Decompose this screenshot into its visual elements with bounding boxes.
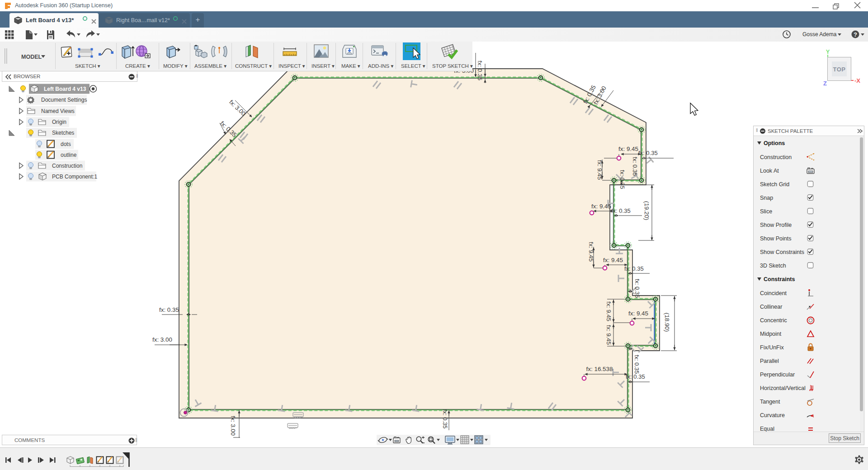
svg-text:Y: Y: [826, 48, 830, 55]
svg-text:Sketches: Sketches: [52, 130, 74, 136]
svg-text:Document Settings: Document Settings: [41, 97, 87, 103]
svg-text:fx: 0.35: fx: 0.35: [442, 409, 448, 429]
svg-text:fx: 9.45: fx: 9.45: [618, 146, 638, 152]
svg-text:Origin: Origin: [52, 119, 66, 125]
svg-text:fx: 9.45: fx: 9.45: [628, 310, 648, 317]
svg-text:fx: 0.35: fx: 0.35: [619, 170, 626, 189]
svg-text:TOP: TOP: [833, 66, 846, 73]
svg-text:fx: 9.45: fx: 9.45: [605, 325, 612, 345]
svg-text:Left Board 4 v13: Left Board 4 v13: [44, 86, 86, 92]
svg-text:outline: outline: [61, 152, 77, 158]
svg-text:fx: 0.35: fx: 0.35: [632, 157, 638, 176]
svg-text:fx: 0.35: fx: 0.35: [634, 279, 641, 298]
svg-text:PCB Component:1: PCB Component:1: [52, 174, 97, 180]
svg-text:fx: 0.35: fx: 0.35: [476, 61, 483, 80]
svg-text:dots: dots: [61, 141, 71, 147]
svg-text:fx: 0.35: fx: 0.35: [611, 207, 631, 214]
svg-text:Construction: Construction: [52, 163, 82, 169]
svg-text:fx: 3.00: fx: 3.00: [152, 336, 172, 343]
svg-text:fx: 0.35: fx: 0.35: [626, 373, 645, 380]
svg-text:fx: 0.35: fx: 0.35: [624, 265, 644, 272]
svg-text:fx: 3.00: fx: 3.00: [230, 416, 236, 436]
svg-text:fx: 0.35: fx: 0.35: [638, 150, 658, 156]
svg-text:(19.20): (19.20): [643, 201, 650, 220]
svg-text:fx: 0.35: fx: 0.35: [633, 355, 640, 374]
svg-text:-X: -X: [854, 77, 860, 84]
svg-text:Gosse Adema: Gosse Adema: [802, 31, 837, 38]
svg-text:fx: 9.45: fx: 9.45: [603, 257, 623, 263]
svg-text:(18.90): (18.90): [664, 313, 670, 332]
svg-text:fx: 16.538: fx: 16.538: [586, 366, 613, 372]
svg-text:fx: 9.45: fx: 9.45: [591, 203, 611, 210]
svg-text:?: ?: [854, 32, 857, 38]
svg-text:Named Views: Named Views: [41, 108, 75, 114]
svg-text:Z: Z: [823, 80, 827, 87]
svg-text:fx: 9.45: fx: 9.45: [605, 301, 612, 321]
svg-text:fx: 0.35: fx: 0.35: [159, 306, 179, 313]
